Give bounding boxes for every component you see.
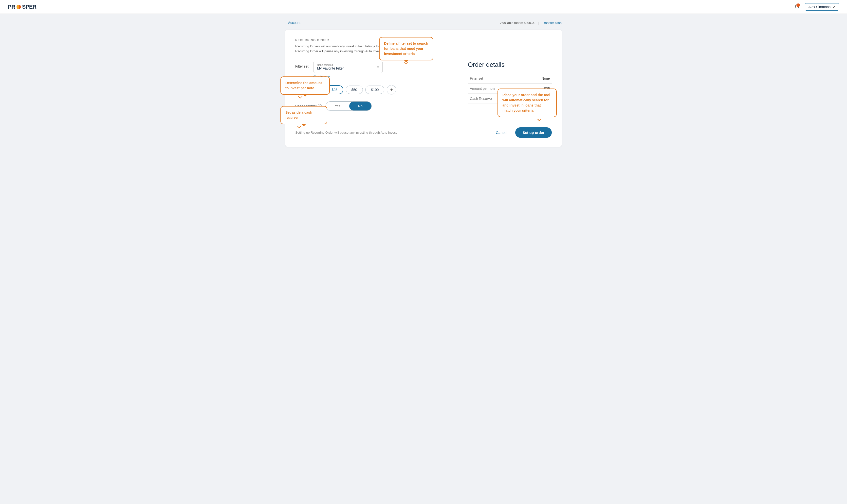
cash-reserve-no-button[interactable]: No [349, 102, 372, 110]
available-funds: Available funds: $200.00 | Transfer cash [500, 21, 562, 25]
order-detail-filter-value: None [527, 73, 552, 84]
breadcrumb-label: Account [288, 21, 301, 25]
tooltip-order: Place your order and the tool will autom… [498, 89, 557, 117]
separator: | [538, 21, 539, 25]
cash-reserve-toggle: Yes No [326, 101, 372, 111]
filter-dropdown[interactable]: None selected My Favorite Filter ▾ [313, 61, 382, 73]
order-detail-filter-label: Filter set [468, 73, 527, 84]
available-funds-label: Available funds: $200.00 [500, 21, 535, 25]
amount-100-button[interactable]: $100 [365, 86, 384, 94]
card-footer: Setting up Recurring Order will pause an… [295, 120, 552, 138]
cancel-button[interactable]: Cancel [492, 128, 511, 137]
breadcrumb[interactable]: ‹ Account [285, 21, 301, 25]
order-details-title: Order details [468, 61, 552, 69]
amount-50-button[interactable]: $50 [346, 86, 363, 94]
filter-set-label: Filter set: [295, 61, 309, 68]
table-row: Filter set None [468, 73, 552, 84]
breadcrumb-arrow: ‹ [285, 21, 287, 25]
filter-sublabel: None selected [317, 64, 344, 66]
logo-circle-icon [17, 5, 21, 9]
tooltip-reserve: Set aside a cash reserve [281, 106, 327, 124]
logo-text-after: SPER [22, 4, 36, 10]
add-amount-button[interactable]: + [387, 85, 396, 94]
header-right: 1 Alex Simmons [793, 3, 839, 11]
tooltip-filter: Define a filter set to search for loans … [379, 37, 433, 60]
chevron-down-icon [832, 5, 835, 8]
user-name: Alex Simmons [809, 5, 830, 9]
filter-dropdown-label: None selected My Favorite Filter [317, 64, 344, 70]
amount-options: $25 $50 $100 + [326, 85, 396, 94]
filter-value: My Favorite Filter [317, 66, 344, 70]
footer-actions: Cancel Set up order [492, 127, 552, 138]
setup-order-button[interactable]: Set up order [515, 127, 552, 138]
notification-badge: 1 [796, 3, 800, 7]
main-content: ‹ Account Available funds: $200.00 | Tra… [275, 14, 572, 154]
notification-button[interactable]: 1 [793, 3, 801, 11]
user-menu-button[interactable]: Alex Simmons [805, 3, 839, 11]
filter-set-row: Filter set: None selected My Favorite Fi… [295, 61, 458, 78]
tooltip-amount: Determine the amount to invest per note [281, 76, 330, 95]
transfer-cash-link[interactable]: Transfer cash [542, 21, 562, 25]
logo-text-before: PR [8, 4, 15, 10]
dropdown-arrow-icon: ▾ [377, 65, 379, 69]
cash-reserve-yes-button[interactable]: Yes [326, 102, 349, 110]
card: Define a filter set to search for loans … [285, 30, 562, 147]
header: PR SPER 1 Alex Simmons [0, 0, 847, 14]
logo: PR SPER [8, 4, 36, 10]
breadcrumb-row: ‹ Account Available funds: $200.00 | Tra… [285, 21, 562, 25]
footer-note: Setting up Recurring Order will pause an… [295, 131, 398, 134]
